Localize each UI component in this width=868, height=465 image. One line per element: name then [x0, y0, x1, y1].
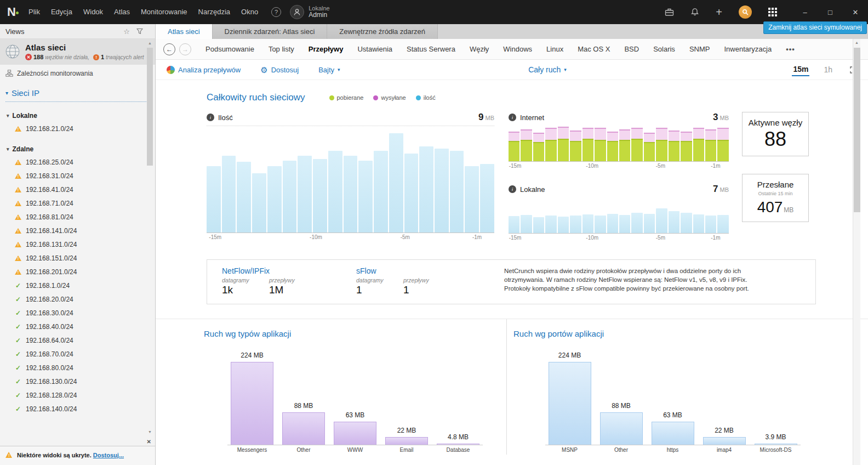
document-tab[interactable]: Dziennik zdarzeń: Atlas sieci [213, 24, 328, 39]
nav-item[interactable]: Podsumowanie [205, 45, 254, 53]
document-tab[interactable]: Zewnętrzne źródła zdarzeń [327, 24, 438, 39]
sidebar-item-network[interactable]: 192.168.141.0/24 [0, 224, 155, 237]
bar-value-label: 88 MB [294, 402, 313, 410]
help-icon[interactable]: ? [271, 7, 281, 17]
favorites-star-icon[interactable]: ☆ [123, 27, 130, 36]
sidebar-item-network[interactable]: 192.168.20.0/24 [0, 292, 155, 306]
menu-item[interactable]: Narzędzia [193, 0, 236, 24]
time-range-option[interactable]: 15m [792, 63, 809, 76]
sidebar-item-network[interactable]: 192.168.128.0/24 [0, 388, 155, 402]
menu-item[interactable]: Atlas [108, 0, 135, 24]
info-icon[interactable] [207, 114, 214, 121]
sidebar-item-network[interactable]: 192.168.201.0/24 [0, 265, 155, 279]
unit-dropdown[interactable]: Bajty ▾ [318, 66, 340, 74]
search-icon[interactable] [739, 5, 752, 19]
sidebar-item-network[interactable]: 192.168.71.0/24 [0, 196, 155, 210]
sidebar-item-network[interactable]: 192.168.1.0/24 [0, 279, 155, 292]
status-icon [14, 350, 22, 358]
nav-item[interactable]: Linux [546, 45, 563, 53]
forward-button[interactable]: → [179, 43, 191, 55]
scroll-down-icon[interactable]: ▼ [146, 429, 153, 435]
legend-label: pobierane [337, 94, 364, 101]
group-header-remote[interactable]: ▾ Zdalne [0, 145, 155, 155]
menu-item[interactable]: Plik [23, 0, 45, 24]
scroll-up-icon[interactable]: ▲ [146, 40, 153, 47]
traffic-scope-dropdown[interactable]: Cały ruch ▾ [528, 65, 567, 74]
scrollbar-thumb[interactable] [147, 48, 153, 166]
bar-value-label: 22 MB [397, 427, 416, 434]
more-tabs-button[interactable]: ••• [786, 45, 795, 53]
nav-item[interactable]: Status Serwera [407, 45, 455, 53]
sidebar-item-network[interactable]: 192.168.80.0/24 [0, 361, 155, 375]
main-scrollbar[interactable]: ▲ [853, 39, 860, 465]
customize-views-link[interactable]: Dostosuj... [93, 452, 124, 458]
network-label: 192.168.131.0/24 [26, 241, 77, 248]
flow-analysis-button[interactable]: Analiza przepływów [167, 66, 241, 74]
nav-item[interactable]: Mac OS X [578, 45, 610, 53]
views-title: Views [5, 27, 24, 36]
filter-funnel-icon[interactable] [136, 28, 143, 35]
toolbox-icon[interactable] [665, 8, 674, 16]
apps-grid-icon[interactable] [768, 8, 777, 16]
back-button[interactable]: ← [163, 43, 175, 55]
scroll-up-icon[interactable]: ▲ [853, 39, 860, 47]
document-tab[interactable]: Atlas sieci [156, 24, 213, 39]
bar [681, 213, 692, 233]
nav-item[interactable]: Ustawienia [357, 45, 392, 53]
bar-value-label: 63 MB [346, 411, 365, 419]
section-ip-networks[interactable]: ▾ Sieci IP [5, 86, 150, 102]
close-button[interactable]: ✕ [843, 0, 868, 24]
legend-dot [416, 95, 421, 100]
info-icon[interactable] [509, 114, 516, 121]
nav-item[interactable]: SNMP [689, 45, 710, 53]
summary-cards: Aktywne węzły 88 Przesłane Ostatnie 15 m… [742, 112, 809, 243]
nav-item[interactable]: Solaris [653, 45, 675, 53]
x-tick-label: -15m [209, 234, 221, 240]
bar [669, 211, 679, 233]
nav-item[interactable]: Przepływy [309, 45, 344, 53]
collapse-notice-icon[interactable]: ✕ [147, 439, 151, 445]
sidebar-item-network[interactable]: 192.168.31.0/24 [0, 169, 155, 183]
sidebar-item-network[interactable]: 192.168.81.0/24 [0, 210, 155, 224]
info-icon[interactable] [509, 185, 516, 193]
sidebar-item-network[interactable]: 192.168.30.0/24 [0, 306, 155, 320]
network-label: 192.168.25.0/24 [26, 158, 73, 166]
customize-button[interactable]: ⚙ Dostosuj [260, 66, 299, 74]
user-menu[interactable]: Lokalne Admin [290, 5, 330, 19]
sidebar-item-network[interactable]: 192.168.131.0/24 [0, 237, 155, 251]
maximize-button[interactable]: □ [818, 0, 843, 24]
nav-item[interactable]: Top listy [269, 45, 294, 53]
network-label: 192.168.80.0/24 [26, 364, 73, 372]
menu-item[interactable]: Edycja [45, 0, 78, 24]
scrollbar-thumb[interactable] [854, 48, 860, 212]
nav-item[interactable]: Windows [503, 45, 532, 53]
sidebar-item-dependencies[interactable]: Zależności monitorowania [0, 65, 155, 82]
sidebar-item-atlas[interactable]: Atlas sieci ✕ 188 węzłów nie działa, ! 1… [0, 39, 155, 65]
sidebar-item-network[interactable]: 192.168.40.0/24 [0, 320, 155, 333]
menu-item[interactable]: Okno [236, 0, 264, 24]
menu-item[interactable]: Widok [78, 0, 108, 24]
bar [631, 213, 642, 233]
sidebar-item-network[interactable]: 192.168.41.0/24 [0, 183, 155, 196]
nav-item[interactable]: Inwentaryzacja [724, 45, 772, 53]
group-header-local[interactable]: ▾ Lokalne [0, 112, 155, 122]
sidebar-item-network[interactable]: 192.168.21.0/24 [0, 122, 155, 135]
bar-segment-wysyłane [656, 128, 667, 140]
sidebar-item-network[interactable]: 192.168.70.0/24 [0, 347, 155, 361]
sidebar-item-network[interactable]: 192.168.140.0/24 [0, 402, 155, 416]
nav-item[interactable]: Węzły [470, 45, 489, 53]
sidebar-item-network[interactable]: 192.168.130.0/24 [0, 375, 155, 388]
sidebar-item-network[interactable]: 192.168.64.0/24 [0, 333, 155, 347]
time-range-option[interactable]: 1h [823, 64, 833, 76]
menu-item[interactable]: Monitorowanie [135, 0, 193, 24]
add-icon[interactable]: + [716, 7, 722, 18]
minimize-button[interactable]: – [792, 0, 818, 24]
app-logo[interactable]: N [0, 5, 23, 19]
sidebar-item-network[interactable]: 192.168.25.0/24 [0, 155, 155, 169]
nav-item[interactable]: BSD [624, 45, 639, 53]
notifications-bell-icon[interactable] [690, 8, 699, 16]
network-label: 192.168.21.0/24 [26, 125, 73, 133]
sidebar-scrollbar[interactable]: ▲ ▼ [146, 40, 153, 435]
bar-value-label: 224 MB [558, 351, 581, 359]
sidebar-item-network[interactable]: 192.168.151.0/24 [0, 251, 155, 265]
